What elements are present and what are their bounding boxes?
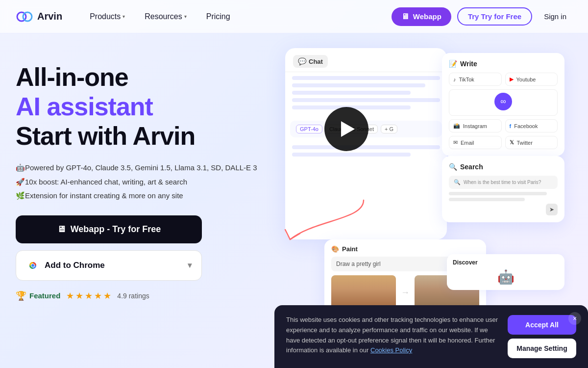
chat-line-1 bbox=[292, 76, 440, 80]
platform-youtube[interactable]: ▶ Youtube bbox=[505, 73, 558, 86]
platform-arvin-center: ∞ bbox=[449, 89, 558, 116]
more-chip[interactable]: + G bbox=[381, 125, 397, 133]
card-tabs: 💬 Chat bbox=[285, 48, 447, 72]
paint-header: 🎨 Paint bbox=[331, 245, 479, 253]
products-label: Products bbox=[90, 12, 121, 21]
resources-chevron-icon: ▾ bbox=[184, 14, 187, 19]
discover-title: Discover bbox=[453, 259, 559, 266]
write-card: 📝 Write ♪ TikTok ▶ Youtube ∞ bbox=[442, 53, 564, 156]
write-title: 📝 Write bbox=[449, 60, 558, 68]
chat-tab-label: Chat bbox=[309, 58, 323, 65]
search-icon: 🔍 bbox=[449, 163, 457, 171]
paint-arrow-icon: → bbox=[400, 275, 411, 310]
try-free-button[interactable]: Try Try for Free bbox=[457, 7, 532, 26]
featured-row: 🏆 Featured ★ ★ ★ ★ ★ 4.9 ratings bbox=[16, 290, 270, 301]
cookies-policy-link[interactable]: Cookies Policy bbox=[370, 346, 412, 354]
featured-icon: 🏆 bbox=[16, 290, 26, 301]
logo-icon bbox=[16, 8, 33, 26]
hero-left: All-in-one AI assistant Start with Arvin… bbox=[16, 53, 270, 368]
search-card: 🔍 Search 🔍 When is the best time to visi… bbox=[442, 156, 564, 222]
platform-facebook[interactable]: f Facebook bbox=[505, 119, 558, 132]
chat-line-7 bbox=[292, 153, 411, 157]
play-button[interactable] bbox=[324, 107, 368, 151]
email-label: Email bbox=[461, 140, 474, 146]
logo[interactable]: Arvin bbox=[16, 8, 62, 26]
chrome-chevron-icon: ▾ bbox=[188, 261, 192, 270]
chrome-left: Add to Chrome bbox=[26, 259, 105, 272]
youtube-label: Youtube bbox=[516, 77, 536, 82]
paint-image-1 bbox=[331, 275, 396, 310]
feature-item-2: 🚀10x boost: AI-enhanced chat, writing, a… bbox=[16, 177, 270, 188]
search-label: Search bbox=[460, 163, 483, 171]
nav-products[interactable]: Products ▾ bbox=[82, 8, 133, 25]
nav-actions: 🖥 Webapp Try Try for Free Sign in bbox=[392, 7, 572, 26]
star-2: ★ bbox=[75, 290, 83, 301]
chat-line-3 bbox=[292, 91, 411, 95]
search-input-box[interactable]: 🔍 When is the best time to visit Paris? bbox=[449, 176, 558, 189]
nav-pricing[interactable]: Pricing bbox=[198, 8, 238, 25]
webapp-btn-label: Webapp bbox=[413, 12, 441, 21]
cta-chrome-label: Add to Chrome bbox=[45, 261, 105, 270]
platform-email[interactable]: ✉ Email bbox=[449, 136, 502, 149]
paint-label: Paint bbox=[342, 245, 358, 253]
chat-lines-2 bbox=[285, 141, 447, 164]
pricing-label: Pricing bbox=[206, 12, 230, 21]
headline-line3: Start with Arvin bbox=[16, 122, 270, 151]
email-icon: ✉ bbox=[453, 139, 458, 146]
platform-tiktok[interactable]: ♪ TikTok bbox=[449, 73, 502, 86]
headline-line2: AI assistant bbox=[16, 92, 270, 122]
write-icon: 📝 bbox=[449, 60, 457, 68]
star-3: ★ bbox=[85, 290, 93, 301]
gpt4o-chip[interactable]: GPT-4o bbox=[296, 125, 322, 133]
search-result-2 bbox=[449, 198, 525, 201]
chat-tab-icon: 💬 bbox=[298, 57, 306, 65]
feature-list: 🤖Powered by GPT-4o, Claude 3.5, Gemini 1… bbox=[16, 162, 270, 202]
rating-text: 4.9 ratings bbox=[117, 292, 149, 300]
platform-twitter[interactable]: 𝕏 Twitter bbox=[505, 136, 558, 149]
headline-line1: All-in-one bbox=[16, 63, 270, 92]
chat-lines bbox=[285, 72, 447, 117]
cta-webapp-button[interactable]: 🖥 Webapp - Try for Free bbox=[16, 215, 202, 243]
platform-grid: ♪ TikTok ▶ Youtube ∞ 📸 Instagram bbox=[449, 73, 558, 149]
instagram-icon: 📸 bbox=[453, 123, 460, 129]
star-1: ★ bbox=[66, 290, 74, 301]
arvin-logo-sm: ∞ bbox=[494, 93, 512, 110]
cookie-banner: This website uses cookies and other trac… bbox=[274, 305, 588, 368]
discover-card: Discover 🤖 bbox=[447, 254, 564, 290]
manage-setting-button[interactable]: Manage Setting bbox=[508, 339, 576, 358]
facebook-label: Facebook bbox=[514, 123, 538, 129]
facebook-icon: f bbox=[510, 123, 512, 129]
accept-all-button[interactable]: Accept All bbox=[508, 315, 576, 335]
tiktok-label: TikTok bbox=[459, 77, 474, 82]
platform-instagram[interactable]: 📸 Instagram bbox=[449, 119, 502, 132]
chat-card: 💬 Chat GPT-4o Claude 3.5 Sonnet + G bbox=[285, 48, 447, 239]
paint-icon: 🎨 bbox=[331, 245, 339, 253]
cta-webapp-icon: 🖥 bbox=[57, 224, 66, 235]
search-title: 🔍 Search bbox=[449, 163, 558, 171]
chat-line-2 bbox=[292, 83, 425, 87]
cta-webapp-label: Webapp - Try for Free bbox=[71, 224, 161, 235]
resources-label: Resources bbox=[145, 12, 182, 21]
cookie-close-button[interactable]: × bbox=[568, 312, 581, 325]
try-free-label: Try Try for Free bbox=[468, 12, 521, 21]
webapp-icon: 🖥 bbox=[401, 12, 409, 21]
arvin-logo-icon: ∞ bbox=[500, 97, 506, 106]
products-chevron-icon: ▾ bbox=[122, 14, 125, 19]
cta-chrome-button[interactable]: Add to Chrome ▾ bbox=[16, 250, 202, 281]
feature-item-3: 🌿Extension for instant creating & more o… bbox=[16, 190, 270, 202]
cookie-buttons: Accept All Manage Setting bbox=[508, 315, 576, 358]
search-query-text: When is the best time to visit Paris? bbox=[464, 180, 541, 185]
twitter-icon: 𝕏 bbox=[510, 139, 514, 146]
twitter-label: Twitter bbox=[517, 140, 533, 146]
play-triangle-icon bbox=[341, 121, 355, 137]
logo-text: Arvin bbox=[37, 11, 62, 22]
navbar: Arvin Products ▾ Resources ▾ Pricing 🖥 W… bbox=[0, 0, 588, 33]
send-button[interactable]: ➤ bbox=[546, 204, 558, 215]
signin-button[interactable]: Sign in bbox=[538, 8, 572, 25]
webapp-button[interactable]: 🖥 Webapp bbox=[392, 7, 451, 26]
tab-chat[interactable]: 💬 Chat bbox=[293, 55, 328, 68]
cookie-text: This website uses cookies and other trac… bbox=[286, 315, 500, 356]
nav-resources[interactable]: Resources ▾ bbox=[137, 8, 194, 25]
feature-item-1: 🤖Powered by GPT-4o, Claude 3.5, Gemini 1… bbox=[16, 162, 270, 174]
featured-badge: 🏆 Featured bbox=[16, 290, 60, 301]
